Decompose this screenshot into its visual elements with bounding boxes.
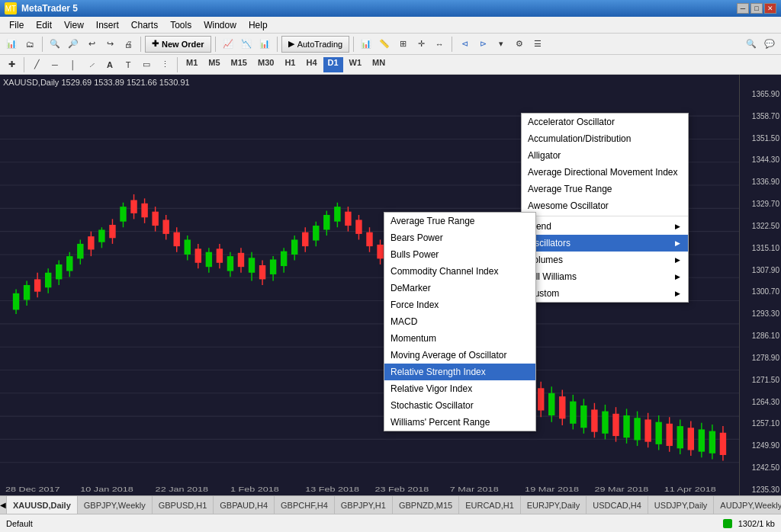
osc-atr[interactable]: Average True Range (384, 213, 535, 229)
timeframe-h1[interactable]: H1 (280, 57, 300, 72)
menu-custom[interactable]: Custom ▶ (522, 285, 688, 302)
svg-text:23 Feb 2018: 23 Feb 2018 (375, 485, 429, 492)
trend-tool[interactable]: ⟋ (83, 56, 100, 73)
osc-rsi[interactable]: Relative Strength Index (384, 364, 535, 380)
nav-back-button[interactable]: ⊲ (456, 36, 473, 53)
hline-tool[interactable]: ─ (47, 56, 63, 73)
sell-button[interactable]: 📉 (238, 36, 255, 53)
timeframe-m1[interactable]: M1 (182, 57, 202, 72)
timeframe-m5[interactable]: M5 (204, 57, 224, 72)
maximize-button[interactable]: □ (750, 3, 763, 14)
osc-stoch[interactable]: Stochastic Oscillator (384, 397, 535, 414)
svg-rect-29 (77, 244, 83, 258)
period-sep-button[interactable]: ⊞ (394, 36, 411, 53)
menu-volumes[interactable]: Volumes ▶ (522, 252, 688, 268)
close-button[interactable]: ✕ (764, 3, 776, 14)
timeframe-w1[interactable]: W1 (345, 57, 367, 72)
main-dropdown-menu[interactable]: Accelerator Oscillator Accumulation/Dist… (521, 113, 689, 303)
menu-file[interactable]: File (3, 18, 30, 32)
svg-rect-71 (302, 232, 308, 246)
menu-alligator[interactable]: Alligator (522, 147, 688, 164)
osc-wpr[interactable]: Williams' Percent Range (384, 414, 535, 431)
osc-force[interactable]: Force Index (384, 296, 535, 313)
menu-atr-main[interactable]: Average True Range (522, 181, 688, 197)
zoom-out-button[interactable]: 🔎 (65, 36, 82, 53)
menu-edit[interactable]: Edit (30, 18, 58, 32)
osc-mao[interactable]: Moving Average of Oscillator (384, 347, 535, 364)
osc-bears[interactable]: Bears Power (384, 229, 535, 246)
indicators-button[interactable]: 📊 (358, 36, 374, 53)
timeframe-m30[interactable]: M30 (253, 57, 278, 72)
menu-trend[interactable]: Trend ▶ (522, 218, 688, 235)
oscillators-submenu[interactable]: Average True Range Bears Power Bulls Pow… (384, 212, 536, 431)
menu-window[interactable]: Window (198, 18, 243, 32)
tab-scroll-left[interactable]: ◀ (0, 496, 7, 514)
rect-tool[interactable]: ▭ (138, 56, 155, 73)
tab-eurcad-h1[interactable]: EURCAD,H1 (459, 496, 521, 514)
fib-tool[interactable]: ⋮ (156, 56, 173, 73)
menu-tools[interactable]: Tools (164, 18, 198, 32)
tab-gbpnzd-m15[interactable]: GBPNZD,M15 (393, 496, 459, 514)
menu-bill-williams[interactable]: Bill Williams ▶ (522, 268, 688, 285)
tab-usdjpy-daily[interactable]: USDJPY,Daily (648, 496, 715, 514)
view-options-button[interactable]: ☰ (529, 36, 546, 53)
tab-eurjpy-daily[interactable]: EURJPY,Daily (521, 496, 587, 514)
toolbar-sep-2 (140, 37, 141, 52)
comment-button[interactable]: 💬 (761, 36, 778, 53)
search-button[interactable]: 🔍 (743, 36, 760, 53)
line-studies-button[interactable]: 📏 (376, 36, 393, 53)
new-order-button[interactable]: ✚ New Order (145, 36, 211, 53)
osc-macd[interactable]: MACD (384, 313, 535, 330)
text-tool[interactable]: A (101, 56, 118, 73)
buy-button[interactable]: 📈 (220, 36, 236, 53)
tab-xauusd-daily[interactable]: XAUUSD,Daily (7, 496, 78, 514)
redo-button[interactable]: ↪ (101, 36, 118, 53)
zoom-in-button[interactable]: 🔍 (47, 36, 63, 53)
tab-gbpaud-h4[interactable]: GBPAUD,H4 (214, 496, 275, 514)
undo-button[interactable]: ↩ (83, 36, 100, 53)
crosshair-button[interactable]: ✛ (413, 36, 429, 53)
title-bar-text: MetaTrader 5 (21, 3, 78, 14)
timeframe-h4[interactable]: H4 (301, 57, 321, 72)
menu-accumulation[interactable]: Accumulation/Distribution (522, 130, 688, 147)
svg-rect-67 (281, 252, 287, 266)
osc-bulls[interactable]: Bulls Power (384, 246, 535, 263)
svg-rect-47 (174, 232, 180, 246)
menu-adx[interactable]: Average Directional Movement Index (522, 164, 688, 181)
menu-oscillators[interactable]: Oscillators ▶ (522, 235, 688, 252)
timeframe-m15[interactable]: M15 (227, 57, 252, 72)
osc-rvi[interactable]: Relative Vigor Index (384, 380, 535, 397)
menu-awesome[interactable]: Awesome Oscillator (522, 197, 688, 214)
nav-fwd-button[interactable]: ⊳ (474, 36, 491, 53)
menu-accelerator-oscillator[interactable]: Accelerator Oscillator (522, 114, 688, 130)
timeframe-mn[interactable]: MN (368, 57, 390, 72)
options-button[interactable]: ⚙ (511, 36, 528, 53)
profile-button[interactable]: 🗂 (21, 36, 38, 53)
print-button[interactable]: 🖨 (120, 36, 137, 53)
tab-gbpjpy-h1[interactable]: GBPJPY,H1 (335, 496, 393, 514)
tab-usdcad-h4[interactable]: USDCAD,H4 (587, 496, 648, 514)
tab-gbpusd-h1[interactable]: GBPUSD,H1 (153, 496, 214, 514)
crosshair-tool[interactable]: ✚ (3, 56, 20, 73)
line-tool[interactable]: ╱ (28, 56, 45, 73)
menu-help[interactable]: Help (243, 18, 274, 32)
menu-bar: File Edit View Insert Charts Tools Windo… (0, 17, 781, 34)
menu-insert[interactable]: Insert (90, 18, 125, 32)
tab-gbpjpy-weekly[interactable]: GBPJPY,Weekly (78, 496, 153, 514)
osc-momentum[interactable]: Momentum (384, 330, 535, 347)
timeframe-d1[interactable]: D1 (323, 57, 343, 72)
tab-audjpy-weekly[interactable]: AUDJPY,Weekly (714, 496, 781, 514)
menu-view[interactable]: View (58, 18, 90, 32)
menu-charts[interactable]: Charts (125, 18, 164, 32)
osc-cci[interactable]: Commodity Channel Index (384, 263, 535, 280)
vline-tool[interactable]: │ (65, 56, 82, 73)
chart-button[interactable]: 📊 (256, 36, 273, 53)
label-tool[interactable]: T (120, 56, 137, 73)
minimize-button[interactable]: ─ (737, 3, 749, 14)
chart-scroll-button[interactable]: ↔ (431, 36, 448, 53)
new-chart-button[interactable]: 📊 (3, 36, 20, 53)
osc-demarker[interactable]: DeMarker (384, 280, 535, 296)
autotrading-button[interactable]: ▶ AutoTrading (281, 36, 350, 53)
dropdown-arrow[interactable]: ▾ (493, 36, 509, 53)
tab-gbpchf-h4[interactable]: GBPCHF,H4 (275, 496, 335, 514)
